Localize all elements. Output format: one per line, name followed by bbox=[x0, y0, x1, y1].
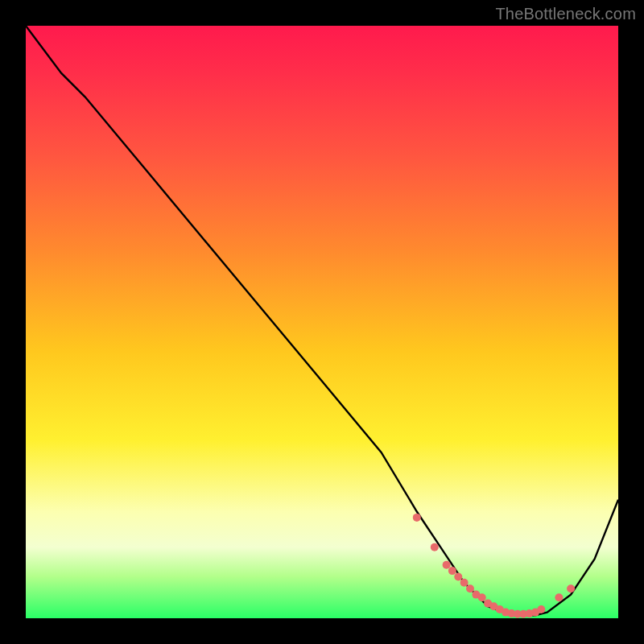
sample-dot bbox=[448, 567, 456, 575]
sample-dot bbox=[454, 573, 462, 581]
sample-dot bbox=[478, 593, 486, 601]
watermark-text: TheBottleneck.com bbox=[495, 5, 636, 23]
sample-dot bbox=[413, 514, 421, 522]
sample-dot bbox=[537, 605, 545, 613]
sample-dots bbox=[413, 514, 575, 618]
sample-dot bbox=[567, 584, 575, 592]
bottleneck-svg bbox=[26, 26, 618, 618]
bottleneck-curve bbox=[26, 26, 618, 615]
plot-area bbox=[26, 26, 618, 618]
sample-dot bbox=[460, 579, 469, 587]
sample-dot bbox=[443, 561, 451, 569]
chart-frame: TheBottleneck.com bbox=[0, 0, 644, 644]
sample-dot bbox=[466, 584, 474, 592]
sample-dot bbox=[555, 593, 563, 601]
sample-dot bbox=[431, 543, 439, 551]
